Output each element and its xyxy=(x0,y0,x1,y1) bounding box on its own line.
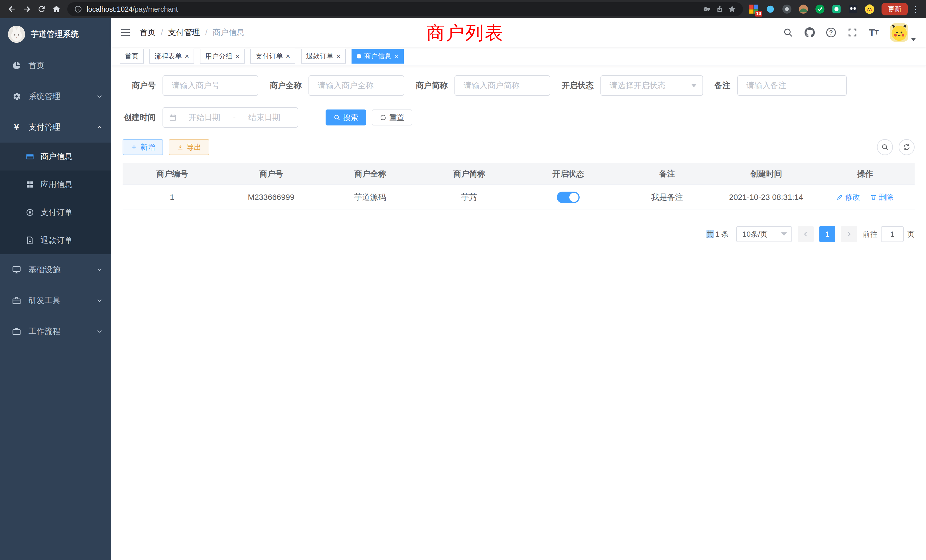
page-1-button[interactable]: 1 xyxy=(819,226,835,242)
status-toggle[interactable] xyxy=(557,192,580,203)
browser-extension-icon-dark[interactable] xyxy=(848,4,858,14)
breadcrumb-item[interactable]: 首页 xyxy=(140,27,156,38)
browser-extension-icon-grid[interactable]: 10 xyxy=(749,4,759,14)
goto-page-input[interactable] xyxy=(881,226,904,242)
reset-button[interactable]: 重置 xyxy=(372,109,412,126)
hamburger-icon[interactable] xyxy=(111,18,140,47)
bookmark-star-icon[interactable] xyxy=(728,5,736,13)
search-icon xyxy=(334,114,340,121)
navbar-actions: ? TT xyxy=(777,18,926,47)
sidebar-item-home[interactable]: 首页 xyxy=(0,50,111,81)
sidebar-item-payment[interactable]: ¥ 支付管理 xyxy=(0,112,111,142)
close-icon[interactable]: × xyxy=(394,53,399,60)
search-button[interactable]: 搜索 xyxy=(325,109,366,126)
status-select[interactable]: 请选择开启状态 xyxy=(601,75,703,96)
trash-icon xyxy=(870,194,877,200)
browser-extension-icon-green-square[interactable] xyxy=(831,4,841,14)
toggle-search-button[interactable] xyxy=(877,139,893,155)
sidebar-item-app-info[interactable]: 应用信息 xyxy=(0,171,111,198)
page-size-select[interactable]: 10条/页 xyxy=(736,226,792,242)
top-navbar: 首页 / 支付管理 / 商户信息 ? TT xyxy=(111,18,926,47)
tag-home[interactable]: 首页 xyxy=(120,49,144,64)
browser-extension-icon-avatar[interactable] xyxy=(798,4,808,14)
cell-actions: 修改 删除 xyxy=(816,185,915,210)
cell-merchant-no: M233666999 xyxy=(221,185,321,210)
sidebar-item-merchant-info[interactable]: 商户信息 xyxy=(0,142,111,171)
export-button[interactable]: 导出 xyxy=(169,139,209,155)
help-icon[interactable]: ? xyxy=(820,18,841,47)
share-icon[interactable] xyxy=(716,5,723,13)
browser-extension-icon-circle[interactable] xyxy=(782,4,792,14)
merchant-short-name-input[interactable] xyxy=(454,75,550,96)
col-actions: 操作 xyxy=(816,163,915,185)
delete-link[interactable]: 删除 xyxy=(870,192,894,202)
user-avatar-menu[interactable] xyxy=(884,18,926,47)
browser-reload-icon[interactable] xyxy=(34,2,49,17)
browser-forward-icon[interactable] xyxy=(20,2,34,17)
merchant-full-name-input[interactable] xyxy=(309,75,404,96)
edit-link[interactable]: 修改 xyxy=(837,192,860,202)
breadcrumb-item-current: 商户信息 xyxy=(213,27,245,38)
merchant-no-input[interactable] xyxy=(162,75,258,96)
document-icon xyxy=(25,236,35,245)
sidebar-item-label: 支付管理 xyxy=(29,122,61,133)
font-size-icon[interactable]: TT xyxy=(863,18,884,47)
tag-process-form[interactable]: 流程表单× xyxy=(150,49,194,64)
sidebar-item-dev-tools[interactable]: 研发工具 xyxy=(0,285,111,316)
tags-view: 首页 流程表单× 用户分组× 支付订单× 退款订单× 商户信息× xyxy=(111,47,926,66)
pagination: 共1条 10条/页 1 前往 页 xyxy=(123,226,915,242)
browser-extension-icon-drop[interactable] xyxy=(765,4,775,14)
filter-label-full-name: 商户全称 xyxy=(270,80,309,91)
browser-home-icon[interactable] xyxy=(49,2,64,17)
browser-update-button[interactable]: 更新 xyxy=(882,3,908,15)
tag-merchant-info[interactable]: 商户信息× xyxy=(351,49,404,64)
remark-input[interactable] xyxy=(737,75,847,96)
fullscreen-icon[interactable] xyxy=(841,18,863,47)
sidebar-item-infrastructure[interactable]: 基础设施 xyxy=(0,254,111,285)
close-icon[interactable]: × xyxy=(336,53,341,60)
sidebar-item-payment-orders[interactable]: 支付订单 xyxy=(0,198,111,226)
gear-icon xyxy=(11,91,22,101)
tag-refund-orders[interactable]: 退款订单× xyxy=(301,49,346,64)
chevron-down-icon xyxy=(96,297,103,304)
extension-badge: 10 xyxy=(755,11,763,17)
goto-label: 前往 xyxy=(863,229,878,239)
screen: localhost:1024/pay/merchant 10 更新 ⋮ xyxy=(0,0,926,560)
password-key-icon[interactable] xyxy=(703,5,711,13)
next-page-button[interactable] xyxy=(841,226,857,242)
browser-extension-icon-check[interactable] xyxy=(815,4,825,14)
browser-back-icon[interactable] xyxy=(5,2,20,17)
table-header-row: 商户编号 商户号 商户全称 商户简称 开启状态 备注 创建时间 操作 xyxy=(123,163,915,185)
github-icon[interactable] xyxy=(799,18,820,47)
sidebar-item-workflow[interactable]: 工作流程 xyxy=(0,316,111,347)
sidebar-item-label: 应用信息 xyxy=(41,179,73,190)
chevron-left-icon xyxy=(802,231,809,238)
plus-icon xyxy=(130,144,138,151)
close-icon[interactable]: × xyxy=(185,53,189,60)
close-icon[interactable]: × xyxy=(235,53,239,60)
start-date-placeholder: 开始日期 xyxy=(177,112,232,123)
sidebar-item-refund-orders[interactable]: 退款订单 xyxy=(0,226,111,254)
breadcrumb-item[interactable]: 支付管理 xyxy=(168,27,200,38)
user-avatar xyxy=(890,23,908,42)
browser-menu-icon[interactable]: ⋮ xyxy=(910,4,921,14)
close-icon[interactable]: × xyxy=(286,53,290,60)
site-info-icon[interactable] xyxy=(74,5,82,13)
browser-address-bar[interactable]: localhost:1024/pay/merchant xyxy=(67,2,743,16)
refresh-table-button[interactable] xyxy=(899,139,915,155)
chevron-up-icon xyxy=(96,123,103,131)
table-row: 1 M233666999 芋道源码 芋艿 我是备注 2021-10-23 08:… xyxy=(123,185,915,210)
end-date-placeholder: 结束日期 xyxy=(237,112,292,123)
sidebar-logo[interactable]: 芋道管理系统 xyxy=(0,18,111,50)
prev-page-button[interactable] xyxy=(798,226,814,242)
browser-profile-avatar[interactable] xyxy=(864,4,875,14)
filter-label-status: 开启状态 xyxy=(561,80,601,91)
bank-card-icon xyxy=(25,152,35,161)
add-button[interactable]: 新增 xyxy=(123,139,163,155)
create-time-range-picker[interactable]: 开始日期 - 结束日期 xyxy=(162,107,298,128)
breadcrumb: 首页 / 支付管理 / 商户信息 xyxy=(140,27,245,38)
tag-user-group[interactable]: 用户分组× xyxy=(200,49,245,64)
header-search-icon[interactable] xyxy=(777,18,799,47)
sidebar-item-system[interactable]: 系统管理 xyxy=(0,81,111,112)
tag-payment-orders[interactable]: 支付订单× xyxy=(250,49,295,64)
